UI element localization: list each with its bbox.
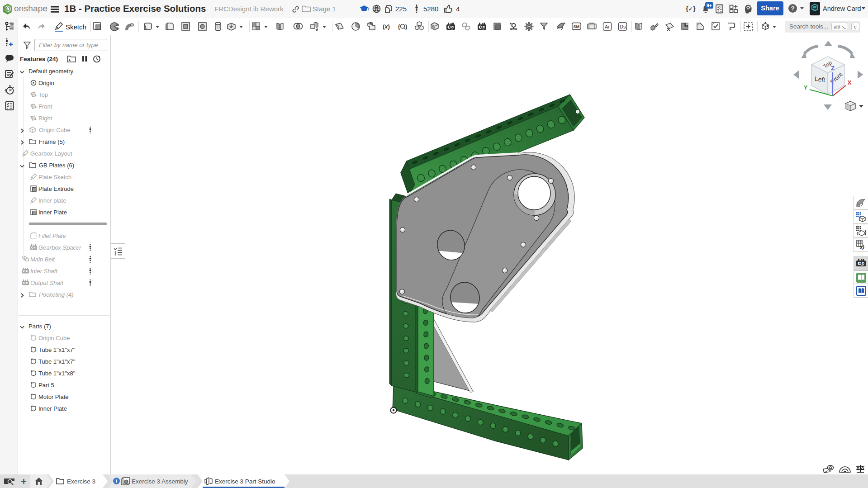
- svg-text:(x): (x): [383, 23, 390, 30]
- svg-text:Ai: Ai: [605, 24, 609, 29]
- svg-text:x): x): [859, 244, 864, 250]
- svg-text:Z: Z: [831, 65, 835, 71]
- svg-text:SM: SM: [574, 24, 580, 29]
- svg-text:): ): [405, 23, 407, 30]
- svg-text:Ds: Ds: [620, 24, 626, 29]
- svg-text:X: X: [848, 79, 852, 86]
- svg-text:(: (: [398, 23, 400, 30]
- svg-text:Y: Y: [804, 84, 808, 91]
- svg-text:Left: Left: [814, 75, 825, 84]
